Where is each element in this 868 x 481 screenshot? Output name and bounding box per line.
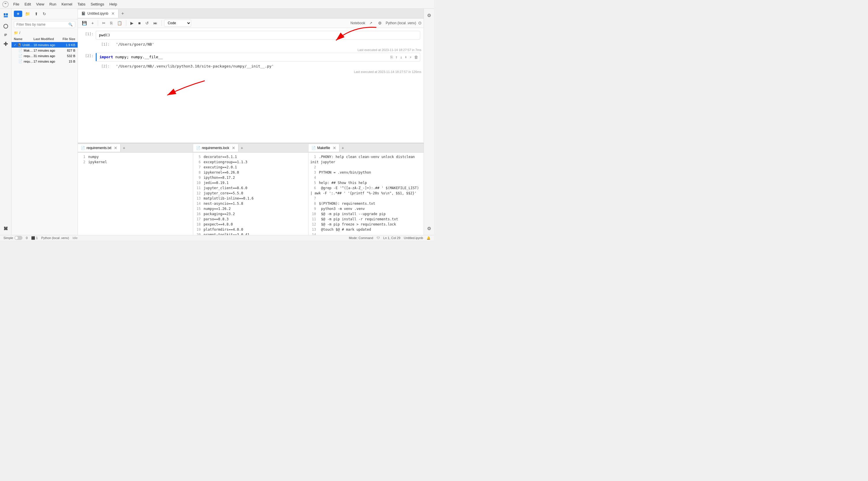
line-item: 14nest-asyncio==1.5.8 xyxy=(195,201,307,206)
search-icon: 🔍 xyxy=(68,23,73,27)
panel-reqlock-add[interactable]: + xyxy=(239,144,245,152)
cell-2: [2]: import numpy; numpy.__file__ ⎘ ↑ ↓ … xyxy=(81,53,420,61)
line-item: 13 @touch $@ # mark updated xyxy=(310,227,422,232)
file-icon: 📄 xyxy=(19,49,23,52)
menu-file[interactable]: File xyxy=(11,1,22,7)
sidebar-running-icon[interactable] xyxy=(1,22,10,31)
tab-close-button[interactable]: ✕ xyxy=(111,11,115,16)
col-modified-header[interactable]: Last Modified xyxy=(33,37,59,41)
panel-reqtxt-add[interactable]: + xyxy=(121,144,127,152)
add-cell-button[interactable]: + xyxy=(90,20,95,26)
cell-1-input[interactable]: pwd() xyxy=(96,31,420,39)
panel-makefile-tabbar: 📄 Makefile ✕ + xyxy=(309,143,424,153)
file-modified: 18 minutes ago xyxy=(33,43,59,47)
sidebar-files-icon[interactable] xyxy=(1,11,10,20)
file-row-reqlock[interactable]: 📄 requirements.lock 31 minutes ago 532 B xyxy=(11,53,78,59)
menu-settings[interactable]: Settings xyxy=(88,1,106,7)
notification-bell-icon[interactable]: 🔔 xyxy=(427,236,431,240)
move-down-icon[interactable]: ↓ xyxy=(399,54,403,60)
file-table: ✓ 📓 Untitled.ipynb 18 minutes ago 1.9 KB… xyxy=(11,42,78,235)
save-button[interactable]: 💾 xyxy=(80,20,89,26)
panel-reqtxt-close[interactable]: ✕ xyxy=(114,146,117,150)
run-button[interactable]: ▶ xyxy=(129,20,135,26)
right-bottom-icon[interactable]: ⚙ xyxy=(425,224,433,233)
panel-reqlock-icon: 📄 xyxy=(196,146,200,150)
notebook-tab-bar: 📓 Untitled.ipynb ✕ + xyxy=(78,9,424,19)
file-browser-panel: + 📁 ⬆ ↻ 🔍 📁 / Name Last Modified File Si… xyxy=(11,9,78,235)
cell-1-output-area: [1]: '/Users/goerz/NB' xyxy=(95,40,424,48)
line-item: 14 xyxy=(310,232,422,235)
line-item: 7executing==2.0.1 xyxy=(195,164,307,170)
file-name: requirements.txt xyxy=(24,60,33,63)
status-idle: Idle xyxy=(72,236,78,240)
toggle-track[interactable] xyxy=(14,236,23,240)
menu-view[interactable]: View xyxy=(34,1,46,7)
file-size: 827 B xyxy=(59,49,75,52)
panel-makefile-tab[interactable]: 📄 Makefile ✕ xyxy=(309,144,339,152)
notebook-label: Notebook xyxy=(350,21,365,25)
cell-2-content: import numpy; numpy.__file__ ⎘ ↑ ↓ ⬇ ⚡ 🗑 xyxy=(96,53,420,61)
file-row-reqtxt[interactable]: 📄 requirements.txt 17 minutes ago 15 B xyxy=(11,59,78,64)
cut-button[interactable]: ✂ xyxy=(100,20,107,26)
menu-tabs[interactable]: Tabs xyxy=(75,1,88,7)
status-right: Mode: Command 🛡 Ln 1, Col 29 Untitled.ip… xyxy=(349,236,431,240)
download-cell-icon[interactable]: ⬇ xyxy=(404,54,407,60)
menu-kernel[interactable]: Kernel xyxy=(59,1,75,7)
menu-edit[interactable]: Edit xyxy=(22,1,33,7)
panel-reqlock-tabbar: 📄 requirements.lock ✕ + xyxy=(193,143,308,153)
menu-run[interactable]: Run xyxy=(47,1,59,7)
file-row-makefile[interactable]: 📄 Makefile 17 minutes ago 827 B xyxy=(11,48,78,53)
line-item: 1numpy xyxy=(80,154,191,159)
copy-button[interactable]: ⎘ xyxy=(108,20,114,26)
paste-button[interactable]: 📋 xyxy=(115,20,124,26)
fast-forward-button[interactable]: ⏭ xyxy=(152,20,159,26)
menu-help[interactable]: Help xyxy=(107,1,119,7)
simple-mode-toggle[interactable]: Simple xyxy=(3,236,23,240)
upload-button[interactable]: ⬆ xyxy=(33,10,40,17)
menu-bar: File Edit View Run Kernel Tabs Settings … xyxy=(0,0,434,9)
settings-gear-icon[interactable]: ⚙ xyxy=(376,20,383,26)
panel-makefile-content[interactable]: 1.PHONY: help clean clean-venv unlock di… xyxy=(309,153,424,235)
tab-notebook-icon: 📓 xyxy=(81,11,86,16)
right-settings-icon[interactable]: ⚙ xyxy=(425,11,433,20)
export-button[interactable]: ↗ xyxy=(368,20,374,26)
panel-makefile-close[interactable]: ✕ xyxy=(333,146,336,150)
panel-reqtxt-content[interactable]: 1numpy 2ipykernel xyxy=(78,153,193,235)
file-row-untitled[interactable]: ✓ 📓 Untitled.ipynb 18 minutes ago 1.9 KB xyxy=(11,42,78,48)
line-item: 11jupyter_client==8.6.0 xyxy=(195,185,307,190)
breadcrumb: 📁 / xyxy=(11,30,78,36)
sidebar-extensions-icon[interactable] xyxy=(1,39,10,48)
sidebar-puzzle-icon[interactable] xyxy=(1,224,10,233)
restart-button[interactable]: ↺ xyxy=(144,20,151,26)
move-up-icon[interactable]: ↑ xyxy=(395,54,398,60)
line-item: 18pexpect==4.8.0 xyxy=(195,222,307,227)
file-modified: 17 minutes ago xyxy=(33,49,59,52)
tab-untitled-ipynb[interactable]: 📓 Untitled.ipynb ✕ xyxy=(78,9,119,18)
new-tab-button[interactable]: + xyxy=(119,9,127,18)
add-below-icon[interactable]: ⚡ xyxy=(409,54,412,60)
new-file-button[interactable]: + xyxy=(14,11,22,17)
panel-reqlock-close[interactable]: ✕ xyxy=(232,146,235,150)
delete-cell-icon[interactable]: 🗑 xyxy=(413,54,419,60)
kernel-label: Python (local .venv) xyxy=(386,21,416,25)
cell-2-executed-info: Last executed at 2023-11-14 18:27:57 in … xyxy=(78,69,424,74)
toggle-thumb xyxy=(15,237,18,239)
panel-reqtxt-tab[interactable]: 📄 requirements.txt ✕ xyxy=(78,144,121,152)
refresh-button[interactable]: ↻ xyxy=(41,10,48,17)
stop-button[interactable]: ■ xyxy=(136,20,142,26)
open-folder-button[interactable]: 📁 xyxy=(23,10,32,17)
panel-reqlock-tab[interactable]: 📄 requirements.lock ✕ xyxy=(193,144,239,152)
terminal-count: ⬛ 1 xyxy=(31,236,38,240)
cell-1: [1]: pwd() xyxy=(81,31,420,39)
cell-2-input[interactable]: import numpy; numpy.__file__ ⎘ ↑ ↓ ⬇ ⚡ 🗑 xyxy=(96,53,420,61)
status-kernel-name: Python (local .venv) xyxy=(41,236,69,240)
col-name-header[interactable]: Name xyxy=(14,37,33,41)
cell-1-executed-info: Last executed at 2023-11-14 18:27:57 in … xyxy=(78,48,424,52)
panel-reqlock-content[interactable]: 5decorator==5.1.16exceptiongroup==1.1.37… xyxy=(193,153,308,235)
col-size-header[interactable]: File Size xyxy=(59,37,75,41)
line-item: 7 xyxy=(310,196,422,201)
cell-type-select[interactable]: Code Markdown Raw xyxy=(164,20,191,27)
copy-cell-icon[interactable]: ⎘ xyxy=(390,54,393,60)
search-input[interactable] xyxy=(17,23,68,27)
panel-makefile-add[interactable]: + xyxy=(339,144,346,152)
